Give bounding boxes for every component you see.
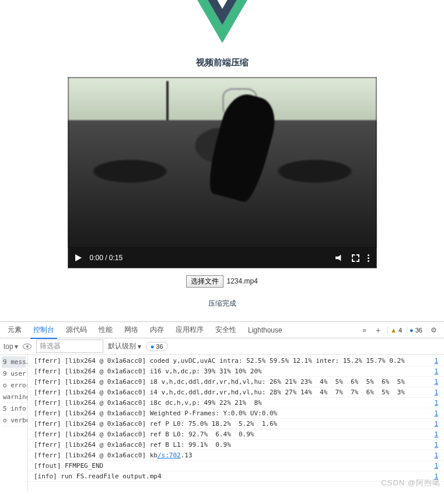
tab-sources[interactable]: 源代码 [61,321,92,338]
log-line: [info] run FS.readFile output.mp41 [28,471,444,482]
log-line: [fferr] [libx264 @ 0x1a6acc0] ref B L0: … [28,429,444,440]
more-options-icon[interactable] [368,254,369,262]
source-link[interactable]: 1 [429,410,438,417]
sidebar-item[interactable]: o errors [2,380,26,391]
tabs-add-icon[interactable]: + [371,326,385,335]
log-line: [fferr] [libx264 @ 0x1a6acc0] i4 v,h,dc,… [28,387,444,398]
choose-file-button[interactable]: 选择文件 [186,275,223,288]
source-link[interactable]: 1 [429,430,438,438]
source-link[interactable]: 1 [429,420,438,428]
volume-icon[interactable] [335,255,344,261]
tab-elements[interactable]: 元素 [2,321,27,338]
sidebar-item[interactable]: 9 user … [2,368,26,380]
filter-input[interactable]: 筛选器 [36,340,103,353]
info-badge[interactable]: ● 36 [407,327,425,334]
issues-pill[interactable]: ● 36 [146,342,168,351]
source-link[interactable]: 1 [429,462,438,470]
log-line: [fferr] [libx264 @ 0x1a6acc0] Weighted P… [28,408,444,419]
devtools-panel: 元素 控制台 源代码 性能 网络 内存 应用程序 安全性 Lighthouse … [0,321,444,492]
source-link[interactable]: 1 [429,368,438,375]
status-text: 压缩完成 [0,299,444,309]
page-title: 视频前端压缩 [0,57,444,68]
fullscreen-icon[interactable] [352,254,359,262]
tabs-more-icon[interactable]: » [359,326,370,334]
tab-network[interactable]: 网络 [119,321,144,338]
source-link[interactable]: 1 [429,441,438,449]
tab-application[interactable]: 应用程序 [170,321,209,338]
context-select[interactable]: top ▾ [4,342,18,351]
devtools-tabs: 元素 控制台 源代码 性能 网络 内存 应用程序 安全性 Lighthouse … [0,322,444,338]
selected-file-name: 1234.mp4 [226,277,257,285]
warning-badge[interactable]: ▲ 4 [387,327,404,334]
video-player[interactable]: 0:00 / 0:15 [68,77,377,268]
log-line: [fferr] [libx264 @ 0x1a6acc0] coded y,uv… [28,356,444,366]
log-line: [fferr] [libx264 @ 0x1a6acc0] ref B L1: … [28,440,444,450]
sidebar-item[interactable]: warnings [2,391,26,403]
source-link[interactable]: 1 [429,399,438,407]
source-link[interactable]: 1 [429,357,438,365]
sidebar-item[interactable]: o verbose [2,415,26,426]
sidebar-item[interactable]: 5 info [2,403,26,415]
tab-lighthouse[interactable]: Lighthouse [243,323,288,338]
sidebar-item[interactable]: 9 mess… [2,356,26,368]
console-toolbar: top ▾ 筛选器 默认级别 ▾ ● 36 [0,338,444,355]
warning-count: 4 [398,327,402,334]
chevron-down-icon: ▾ [138,342,141,351]
video-frame [68,78,376,248]
tab-performance[interactable]: 性能 [93,321,118,338]
log-line: [ffout] FFMPEG_END1 [28,461,444,471]
console-log[interactable]: [fferr] [libx264 @ 0x1a6acc0] coded y,uv… [28,355,444,492]
warning-icon: ▲ [390,327,397,334]
tab-console[interactable]: 控制台 [28,321,60,338]
video-controls: 0:00 / 0:15 [68,248,376,268]
log-line: [fferr] [libx264 @ 0x1a6acc0] i16 v,h,dc… [28,366,444,377]
log-line: [fferr] [libx264 @ 0x1a6acc0] kb/s:702.1… [28,450,444,461]
chevron-down-icon: ▾ [15,342,18,351]
source-link[interactable]: 1 [429,473,438,480]
source-link[interactable]: 1 [429,378,438,386]
source-link[interactable]: 1 [429,388,438,396]
live-expression-icon[interactable] [23,344,32,349]
tab-memory[interactable]: 内存 [145,321,169,338]
log-line: [fferr] [libx264 @ 0x1a6acc0] i8 v,h,dc,… [28,377,444,387]
settings-gear-icon[interactable]: ⚙ [426,326,442,334]
vue-logo-icon [0,0,444,46]
play-icon[interactable] [75,254,82,261]
inline-link[interactable]: /s:702 [158,452,181,459]
info-dot-icon: ● [151,343,155,350]
log-line: [fferr] [libx264 @ 0x1a6acc0] i8c dc,h,v… [28,398,444,408]
info-count: 36 [415,327,422,334]
log-line: [fferr] [libx264 @ 0x1a6acc0] ref P L0: … [28,419,444,429]
video-time-display: 0:00 / 0:15 [90,254,123,262]
tab-security[interactable]: 安全性 [210,321,242,338]
info-icon: ● [410,327,414,334]
log-level-select[interactable]: 默认级别 ▾ [108,341,141,351]
source-link[interactable]: 1 [429,452,438,459]
console-sidebar: 9 mess… 9 user … o errors warnings 5 inf… [0,355,28,492]
